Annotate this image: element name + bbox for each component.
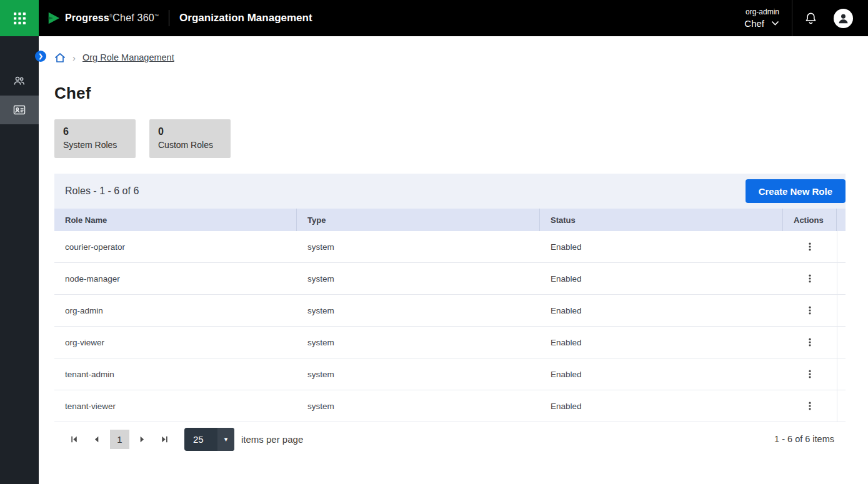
- role-name-cell: org-viewer: [54, 327, 297, 358]
- role-actions-cell: [783, 231, 837, 262]
- create-new-role-button[interactable]: Create New Role: [746, 179, 846, 203]
- panel-header: Roles - 1 - 6 of 6 Create New Role: [54, 174, 846, 209]
- column-header-actions: Actions: [783, 209, 837, 231]
- pagination-range-label: 1 - 6 of 6 items: [774, 434, 839, 444]
- sidebar-expand-button[interactable]: ❯: [35, 51, 46, 62]
- column-header-type: Type: [297, 209, 540, 231]
- page-title: Chef: [54, 84, 846, 103]
- page-size-value: 25: [184, 434, 217, 445]
- stat-label: System Roles: [63, 139, 127, 151]
- role-name-cell: org-admin: [54, 295, 297, 326]
- stat-card-system-roles: 6 System Roles: [54, 119, 136, 158]
- kebab-menu-icon: [805, 274, 815, 284]
- last-page-button[interactable]: [154, 429, 175, 449]
- role-status-cell: Enabled: [540, 327, 783, 358]
- previous-page-button[interactable]: [86, 429, 107, 449]
- row-gutter: [837, 231, 846, 262]
- page-size-dropdown[interactable]: 25 ▾: [184, 428, 234, 451]
- role-name-cell: node-manager: [54, 263, 297, 294]
- page-number-button[interactable]: 1: [110, 430, 129, 449]
- role-type-cell: system: [297, 295, 540, 326]
- breadcrumb: › Org Role Management: [54, 51, 846, 64]
- row-gutter: [837, 327, 846, 358]
- app-launcher-button[interactable]: [0, 0, 39, 36]
- stat-value: 6: [63, 126, 127, 138]
- role-status-cell: Enabled: [540, 263, 783, 294]
- last-page-icon: [160, 435, 169, 444]
- role-name-cell: tenant-admin: [54, 358, 297, 390]
- progress-logo-icon: [47, 11, 61, 25]
- table-row: courier-operator system Enabled: [54, 231, 846, 263]
- role-actions-cell: [783, 263, 837, 294]
- roles-panel: Roles - 1 - 6 of 6 Create New Role Role …: [54, 174, 846, 456]
- breadcrumb-link-org-role-management[interactable]: Org Role Management: [82, 52, 174, 62]
- row-actions-kebab-button[interactable]: [801, 333, 819, 352]
- chevron-right-icon: ❯: [38, 54, 43, 59]
- app-root: Progress®Chef 360™ Organization Manageme…: [0, 0, 868, 484]
- role-badge-icon: [12, 103, 26, 117]
- role-name-cell: tenant-viewer: [54, 390, 297, 422]
- next-page-icon: [137, 435, 147, 444]
- pagination-bar: 1 25 ▾ items per page 1 - 6 of 6 items: [54, 422, 846, 456]
- kebab-menu-icon: [805, 369, 815, 379]
- org-switcher[interactable]: org-admin Chef: [744, 7, 779, 30]
- row-actions-kebab-button[interactable]: [801, 365, 819, 383]
- header-divider: [169, 10, 169, 26]
- row-gutter: [837, 295, 846, 326]
- role-type-cell: system: [297, 231, 540, 262]
- stat-label: Custom Roles: [158, 139, 222, 151]
- row-actions-kebab-button[interactable]: [801, 237, 819, 256]
- home-icon: [54, 52, 66, 63]
- table-header-row: Role Name Type Status Actions: [54, 209, 846, 231]
- row-actions-kebab-button[interactable]: [801, 269, 819, 288]
- role-status-cell: Enabled: [540, 295, 783, 326]
- role-type-cell: system: [297, 358, 540, 390]
- role-status-cell: Enabled: [540, 231, 783, 262]
- table-row: tenant-viewer system Enabled: [54, 390, 846, 422]
- items-per-page-label: items per page: [241, 434, 303, 445]
- stats-row: 6 System Roles 0 Custom Roles: [54, 119, 846, 158]
- table-row: org-viewer system Enabled: [54, 327, 846, 358]
- top-bar: Progress®Chef 360™ Organization Manageme…: [0, 0, 868, 36]
- breadcrumb-home-link[interactable]: [54, 52, 66, 63]
- column-header-role-name: Role Name: [54, 209, 297, 231]
- kebab-menu-icon: [805, 305, 815, 315]
- brand-text: Progress®Chef 360™: [65, 12, 159, 24]
- notifications-button[interactable]: [792, 0, 829, 36]
- previous-page-icon: [92, 435, 101, 444]
- role-status-cell: Enabled: [540, 358, 783, 390]
- breadcrumb-separator: ›: [72, 52, 76, 63]
- first-page-button[interactable]: [63, 429, 84, 449]
- brand-secondary-mark: ™: [154, 14, 159, 18]
- role-type-cell: system: [297, 390, 540, 422]
- org-role-label: org-admin: [746, 7, 779, 17]
- sidebar-item-users[interactable]: [0, 67, 39, 96]
- bell-icon: [804, 11, 818, 26]
- table-row: node-manager system Enabled: [54, 263, 846, 295]
- next-page-button[interactable]: [131, 429, 152, 449]
- table-row: tenant-admin system Enabled: [54, 358, 846, 390]
- table-header-gutter: [837, 209, 846, 231]
- first-page-icon: [69, 435, 79, 444]
- stat-card-custom-roles: 0 Custom Roles: [149, 119, 231, 158]
- sidebar-item-roles[interactable]: [0, 96, 39, 124]
- kebab-menu-icon: [805, 242, 815, 252]
- row-actions-kebab-button[interactable]: [801, 301, 819, 320]
- panel-title: Roles - 1 - 6 of 6: [65, 185, 139, 197]
- users-icon: [12, 74, 26, 88]
- app-title: Organization Management: [179, 12, 312, 24]
- row-actions-kebab-button[interactable]: [801, 397, 819, 415]
- grid-icon: [14, 12, 26, 24]
- stat-value: 0: [158, 126, 222, 138]
- role-type-cell: system: [297, 263, 540, 294]
- kebab-menu-icon: [805, 401, 815, 411]
- user-icon: [837, 12, 850, 25]
- column-header-status: Status: [540, 209, 783, 231]
- user-avatar-button[interactable]: [834, 9, 853, 28]
- role-actions-cell: [783, 390, 837, 422]
- brand-secondary: Chef 360: [112, 12, 154, 23]
- role-name-cell: courier-operator: [54, 231, 297, 262]
- sidebar: [0, 36, 39, 484]
- role-actions-cell: [783, 295, 837, 326]
- table-body: courier-operator system Enabled node-man…: [54, 231, 846, 422]
